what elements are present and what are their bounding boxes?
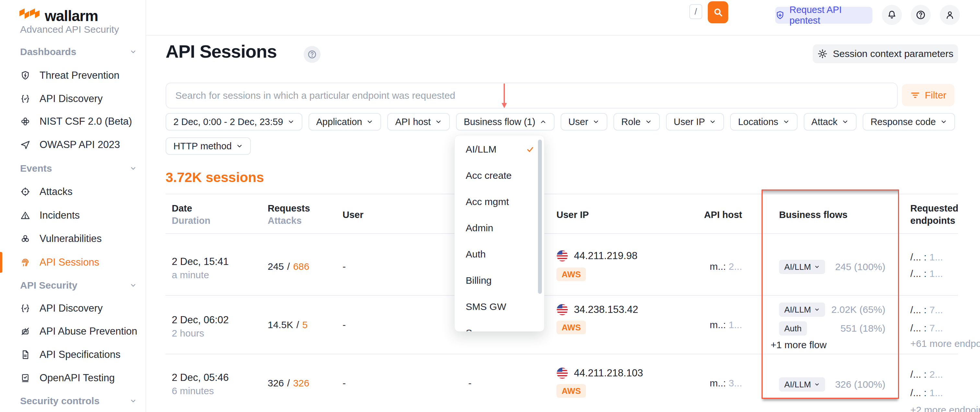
chevron-down-icon <box>592 118 600 125</box>
business-flows-cell: AI/LLM 245 (100%) <box>762 259 899 278</box>
doc-check-icon <box>20 373 30 383</box>
search-button[interactable] <box>708 1 728 23</box>
col-header-user-ip[interactable]: User IP <box>557 209 589 221</box>
search-input[interactable] <box>166 83 897 108</box>
wallarm-flash-icon <box>19 8 40 23</box>
sidebar-item-api-discovery-2[interactable]: API Discovery <box>20 299 103 318</box>
sidebar-item-api-specifications[interactable]: API Specifications <box>20 345 121 364</box>
active-item-indicator <box>0 252 2 273</box>
notifications-button[interactable] <box>882 5 902 25</box>
wallarm-logo[interactable]: wallarm <box>19 7 98 25</box>
sidebar-item-api-sessions[interactable]: API Sessions <box>20 253 99 272</box>
filter-chip-response-code[interactable]: Response code <box>863 113 955 130</box>
flow-chip[interactable]: AI/LLM <box>779 260 825 274</box>
sidebar-section-security-controls[interactable]: Security controls <box>20 391 137 411</box>
col-header-user[interactable]: User <box>342 209 364 221</box>
shield-bolt-icon <box>20 70 30 81</box>
sidebar-item-api-abuse-prevention[interactable]: API Abuse Prevention <box>20 322 137 341</box>
help-icon <box>915 10 926 21</box>
session-duration: 6 minutes <box>172 384 229 398</box>
account-button[interactable] <box>940 5 960 25</box>
filter-chip-locations[interactable]: Locations <box>730 113 797 130</box>
request-api-pentest-button[interactable]: Request API pentest <box>775 7 872 24</box>
us-flag-icon <box>557 367 568 379</box>
fingerprint-icon <box>20 257 30 268</box>
flow-chip[interactable]: Auth <box>779 321 807 336</box>
dropdown-item-admin[interactable]: Admin <box>455 215 544 241</box>
check-icon <box>526 145 535 154</box>
sidebar-item-vulnerabilities[interactable]: Vulnerabilities <box>20 229 102 249</box>
api-host-cell: m..: 3... <box>700 378 762 389</box>
user-cell: - <box>342 319 346 330</box>
dropdown-item-sms-gw[interactable]: SMS GW <box>455 293 544 320</box>
requested-endpoints-cell: /... :2... /... :1... +2 more endpoint <box>910 368 959 412</box>
sidebar-item-nist-csf[interactable]: NIST CSF 2.0 (Beta) <box>20 112 132 131</box>
col-header-requested-endpoints[interactable]: Requested endpoints <box>910 202 959 227</box>
chevron-down-icon <box>645 118 652 125</box>
topbar-divider <box>145 35 980 36</box>
table-row[interactable]: 2 Dec, 05:46 6 minutes 326/326 - - 44.21… <box>165 354 958 412</box>
help-button[interactable] <box>911 5 931 25</box>
filter-chip-api-host[interactable]: API host <box>387 113 450 130</box>
flow-chip[interactable]: AI/LLM <box>779 377 825 391</box>
table-row[interactable]: 2 Dec, 06:02 2 hours 14.5K/5 - - 34.238.… <box>165 296 958 354</box>
search-shortcut-key: / <box>689 4 702 19</box>
requests-attacks: 245/686 <box>268 261 309 272</box>
sidebar-item-api-discovery[interactable]: API Discovery <box>20 89 103 108</box>
chevron-down-icon <box>288 118 294 125</box>
sidebar-item-incidents[interactable]: Incidents <box>20 206 80 225</box>
sidebar-section-events[interactable]: Events <box>20 159 137 178</box>
dropdown-item-billing[interactable]: Billing <box>455 267 544 293</box>
sidebar-section-api-security[interactable]: API Security <box>20 276 137 295</box>
sidebar-item-attacks[interactable]: Attacks <box>20 182 73 201</box>
dropdown-item-ai-llm[interactable]: AI/LLM <box>455 136 544 162</box>
flow-value: 551 (18%) <box>841 323 885 334</box>
filter-chip-http-method[interactable]: HTTP method <box>165 137 251 155</box>
chevron-down-icon <box>940 118 947 125</box>
col-header-attacks[interactable]: Attacks <box>268 214 310 227</box>
sidebar-item-threat-prevention[interactable]: Threat Prevention <box>20 66 119 85</box>
sidebar-section-dashboards[interactable]: Dashboards <box>20 42 137 62</box>
dropdown-item-partial[interactable]: S <box>455 320 544 332</box>
dropdown-scrollbar[interactable] <box>538 139 542 294</box>
requested-endpoints-cell: /... :7... /... :7... +61 more endpo <box>910 304 959 350</box>
session-context-parameters-button[interactable]: Session context parameters <box>813 44 958 63</box>
filter-chips-row-2: HTTP method <box>165 137 251 155</box>
col-header-requests[interactable]: Requests <box>268 202 310 214</box>
attacks-count: 326 <box>293 378 309 389</box>
flow-value: 2.02K (65%) <box>831 304 885 315</box>
col-header-api-host[interactable]: API host <box>700 209 762 221</box>
filter-chip-user[interactable]: User <box>561 113 607 130</box>
filter-button[interactable]: Filter <box>902 84 955 106</box>
requests-attacks: 326/326 <box>268 378 309 389</box>
logo-text: wallarm <box>45 7 98 25</box>
filter-chip-user-ip[interactable]: User IP <box>666 113 724 130</box>
filter-chip-application[interactable]: Application <box>309 113 382 130</box>
col-header-date[interactable]: Date <box>172 202 210 214</box>
more-flows-link[interactable]: +1 more flow <box>762 339 899 350</box>
warning-triangle-icon <box>20 210 30 220</box>
page-help-icon[interactable] <box>304 46 320 63</box>
page-title: API Sessions <box>165 41 277 62</box>
filter-chip-role[interactable]: Role <box>614 113 660 130</box>
col-header-business-flows[interactable]: Business flows <box>762 209 899 221</box>
search-bar <box>165 82 898 108</box>
sessions-table: Date Duration Requests Attacks User User… <box>165 194 958 412</box>
filter-chip-business-flow[interactable]: Business flow (1) <box>456 113 555 130</box>
user-icon <box>944 10 955 21</box>
api-sessions-screen: wallarm Advanced API Security Dashboards… <box>0 0 980 412</box>
sidebar-item-openapi-testing[interactable]: OpenAPI Testing <box>20 368 115 388</box>
dropdown-item-auth[interactable]: Auth <box>455 241 544 267</box>
filter-chip-attack[interactable]: Attack <box>804 113 857 130</box>
dropdown-item-acc-mgmt[interactable]: Acc mgmt <box>455 189 544 215</box>
chevron-down-icon <box>783 118 790 125</box>
sidebar-item-owasp-api[interactable]: OWASP API 2023 <box>20 135 120 154</box>
col-header-duration[interactable]: Duration <box>172 214 210 227</box>
chevron-down-icon <box>842 118 849 125</box>
brand-subtitle: Advanced API Security <box>20 24 119 35</box>
dropdown-item-acc-create[interactable]: Acc create <box>455 162 544 189</box>
table-row[interactable]: 2 Dec, 15:41 a minute 245/686 - - 44.211… <box>165 234 958 296</box>
flow-chip[interactable]: AI/LLM <box>779 303 825 317</box>
filter-chip-date-range[interactable]: 2 Dec, 0:00 - 2 Dec, 23:59 <box>165 113 302 130</box>
requested-endpoints-cell: /... :1... /... :1... <box>910 251 959 280</box>
